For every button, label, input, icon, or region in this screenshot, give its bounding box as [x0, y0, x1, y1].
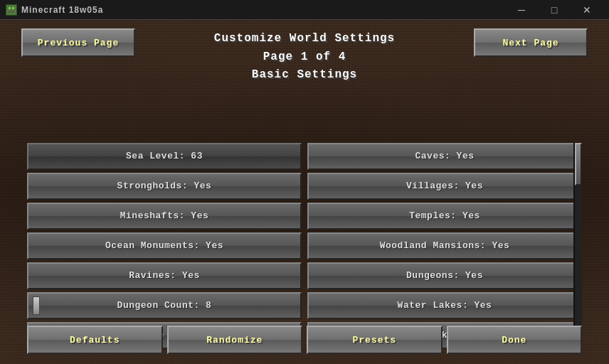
- top-navigation: Previous Page Next Page: [0, 28, 609, 57]
- app-icon: [6, 4, 17, 16]
- setting-btn-right-5[interactable]: Water Lakes: Yes: [307, 292, 582, 319]
- setting-btn-left-2[interactable]: Mineshafts: Yes: [27, 203, 302, 230]
- setting-btn-right-0[interactable]: Caves: Yes: [307, 143, 582, 170]
- title-line3: Basic Settings: [214, 66, 395, 85]
- scroll-container: Sea Level: 63Strongholds: YesMineshafts:…: [27, 143, 582, 349]
- setting-btn-left-1[interactable]: Strongholds: Yes: [27, 173, 302, 200]
- setting-btn-left-5[interactable]: Dungeon Count: 8: [27, 292, 302, 319]
- svg-rect-3: [9, 11, 11, 13]
- setting-btn-left-3[interactable]: Ocean Monuments: Yes: [27, 232, 302, 259]
- minimize-button[interactable]: ─: [505, 0, 538, 20]
- setting-btn-right-4[interactable]: Dungeons: Yes: [307, 262, 582, 289]
- main-content: Previous Page Next Page Customize World …: [0, 20, 609, 364]
- settings-area: Sea Level: 63Strongholds: YesMineshafts:…: [27, 143, 582, 349]
- randomize-button[interactable]: Randomize: [167, 326, 303, 354]
- presets-button[interactable]: Presets: [307, 326, 443, 354]
- setting-btn-left-4[interactable]: Ravines: Yes: [27, 262, 302, 289]
- setting-btn-right-3[interactable]: Woodland Mansions: Yes: [307, 232, 582, 259]
- settings-left-column: Sea Level: 63Strongholds: YesMineshafts:…: [27, 143, 302, 349]
- title-bar-title: Minecraft 18w05a: [21, 5, 103, 15]
- bottom-buttons: DefaultsRandomizePresetsDone: [27, 326, 582, 354]
- setting-btn-right-2[interactable]: Temples: Yes: [307, 203, 582, 230]
- settings-right-column: Caves: YesVillages: YesTemples: YesWoodl…: [307, 143, 582, 349]
- defaults-button[interactable]: Defaults: [27, 326, 163, 354]
- svg-rect-0: [7, 6, 16, 14]
- next-page-button[interactable]: Next Page: [474, 28, 588, 57]
- scrollbar-thumb[interactable]: [575, 143, 582, 186]
- close-button[interactable]: ✕: [571, 0, 603, 20]
- svg-rect-4: [12, 11, 14, 13]
- previous-page-button[interactable]: Previous Page: [21, 28, 135, 57]
- setting-btn-right-1[interactable]: Villages: Yes: [307, 173, 582, 200]
- done-button[interactable]: Done: [447, 326, 583, 354]
- setting-btn-left-0[interactable]: Sea Level: 63: [27, 143, 302, 170]
- scrollbar[interactable]: [573, 143, 582, 349]
- title-bar-left: Minecraft 18w05a: [6, 4, 103, 16]
- title-bar-controls: ─ □ ✕: [505, 0, 603, 20]
- title-bar: Minecraft 18w05a ─ □ ✕: [0, 0, 609, 20]
- svg-rect-1: [9, 7, 11, 9]
- maximize-button[interactable]: □: [538, 0, 571, 20]
- svg-rect-2: [12, 7, 14, 9]
